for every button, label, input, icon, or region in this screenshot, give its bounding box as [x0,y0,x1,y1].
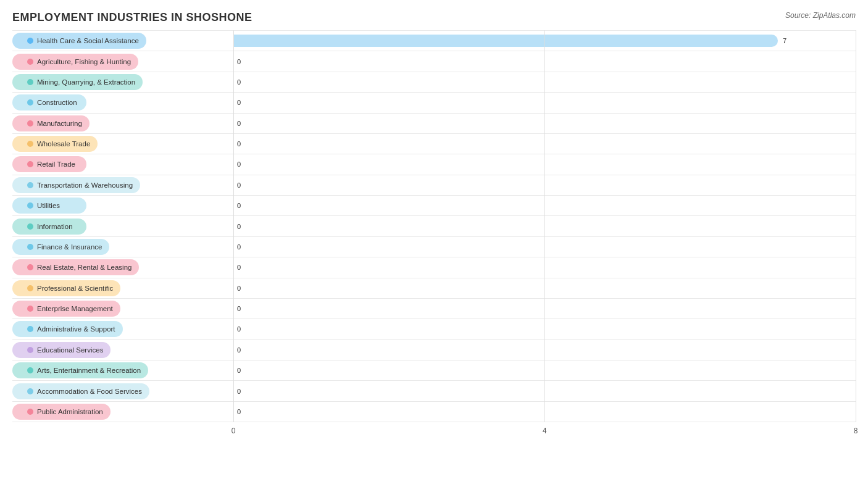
bar-label-text: Educational Services [37,346,103,354]
bar-dot-icon [27,38,33,44]
bar-dot-icon [27,347,33,353]
bar-label-text: Arts, Entertainment & Recreation [37,367,141,374]
bar-label-text: Wholesale Trade [37,140,90,148]
bar-label-text: Real Estate, Rental & Leasing [37,264,131,271]
bar-value-label: 0 [237,181,241,189]
bar-row: Mining, Quarrying, & Extraction0 [12,72,856,93]
bar-label-pill: Information [12,219,86,235]
bar-label-pill: Retail Trade [12,156,86,172]
bar-dot-icon [27,59,33,65]
bar-value-label: 0 [237,325,241,333]
chart-source: Source: ZipAtlas.com [785,11,856,20]
bar-value-label: 0 [237,264,241,271]
bar-label-text: Construction [37,99,77,106]
bar-value-label: 0 [237,58,241,65]
x-axis: 048 [12,422,856,439]
bar-label-text: Health Care & Social Assistance [37,37,139,44]
bar-label-pill: Construction [12,94,86,110]
bar-value-label: 7 [783,37,787,44]
bar-label-text: Manufacturing [37,120,82,127]
bar-label-pill: Real Estate, Rental & Leasing [12,259,139,275]
x-axis-label: 8 [854,427,858,435]
bar-value-label: 0 [237,367,241,374]
bar-row: Wholesale Trade0 [12,134,856,154]
bar-value-label: 0 [237,408,241,415]
bar-dot-icon [27,99,33,106]
bar-label-text: Retail Trade [37,160,75,168]
bar-label-pill: Administrative & Support [12,321,123,337]
bar-label-pill: Enterprise Management [12,301,120,317]
bar-label-pill: Wholesale Trade [12,136,98,152]
bar-dot-icon [27,182,33,188]
bar-dot-icon [27,244,33,250]
bar-label-pill: Accommodation & Food Services [12,383,149,399]
bar-row: Educational Services0 [12,340,856,360]
bar-label-pill: Educational Services [12,342,111,358]
bar-dot-icon [27,388,33,394]
chart-header: EMPLOYMENT INDUSTRIES IN SHOSHONE Source… [12,11,856,24]
bar-row: Construction0 [12,93,856,113]
bars-wrapper: Health Care & Social Assistance7Agricult… [12,30,856,422]
bar-dot-icon [27,223,33,230]
bar-label-text: Enterprise Management [37,305,113,312]
bar-row: Arts, Entertainment & Recreation0 [12,360,856,381]
bar-dot-icon [27,161,33,167]
bar-label-text: Information [37,223,73,230]
bar-row: Real Estate, Rental & Leasing0 [12,257,856,278]
bar-dot-icon [27,141,33,147]
bar-dot-icon [27,264,33,270]
bar-dot-icon [27,120,33,127]
bar-value-label: 0 [237,78,241,86]
bar-label-pill: Manufacturing [12,115,90,131]
bar-label-pill: Arts, Entertainment & Recreation [12,362,148,378]
bar-label-text: Accommodation & Food Services [37,388,142,395]
bar-row: Professional & Scientific0 [12,278,856,299]
chart-container: EMPLOYMENT INDUSTRIES IN SHOSHONE Source… [0,0,868,479]
bar-label-text: Administrative & Support [37,325,115,333]
bar-row: Administrative & Support0 [12,319,856,339]
bar-label-pill: Transportation & Warehousing [12,177,140,193]
bar-label-pill: Utilities [12,198,86,214]
bar-value-label: 0 [237,140,241,148]
bar-dot-icon [27,79,33,85]
bar-dot-icon [27,409,33,415]
grid-line [856,30,856,422]
bar-value-label: 0 [237,223,241,230]
chart-title: EMPLOYMENT INDUSTRIES IN SHOSHONE [12,11,252,24]
bar-value-label: 0 [237,160,241,168]
bar-label-text: Mining, Quarrying, & Extraction [37,78,135,86]
bar-row: Public Administration0 [12,402,856,422]
bar-value-label: 0 [237,346,241,354]
bar-row: Agriculture, Fishing & Hunting0 [12,51,856,72]
bar-row: Utilities0 [12,196,856,216]
bar-label-pill: Agriculture, Fishing & Hunting [12,54,138,70]
bar-label-text: Professional & Scientific [37,285,113,292]
bar-dot-icon [27,285,33,291]
bar-label-text: Utilities [37,202,60,209]
bar-fill [233,35,778,46]
bar-dot-icon [27,306,33,312]
bar-row: Enterprise Management0 [12,299,856,319]
bar-label-text: Transportation & Warehousing [37,181,133,189]
bar-dot-icon [27,202,33,209]
bar-value-label: 0 [237,120,241,127]
bar-row: Finance & Insurance0 [12,237,856,257]
bar-row: Transportation & Warehousing0 [12,175,856,196]
bar-label-text: Public Administration [37,408,103,415]
bar-row: Manufacturing0 [12,114,856,134]
bar-value-label: 0 [237,99,241,106]
bar-label-pill: Mining, Quarrying, & Extraction [12,74,143,90]
chart-area: Health Care & Social Assistance7Agricult… [12,30,856,439]
bar-row: Information0 [12,216,856,236]
bar-label-pill: Public Administration [12,404,111,420]
bar-dot-icon [27,367,33,373]
bar-label-text: Agriculture, Fishing & Hunting [37,58,131,65]
bar-label-text: Finance & Insurance [37,243,102,251]
bar-value-label: 0 [237,243,241,251]
x-axis-label: 4 [543,427,547,435]
bar-label-pill: Professional & Scientific [12,280,120,296]
bar-value-label: 0 [237,305,241,312]
bar-value-label: 0 [237,285,241,292]
bar-label-pill: Health Care & Social Assistance [12,33,146,49]
bar-row: Health Care & Social Assistance7 [12,30,856,51]
